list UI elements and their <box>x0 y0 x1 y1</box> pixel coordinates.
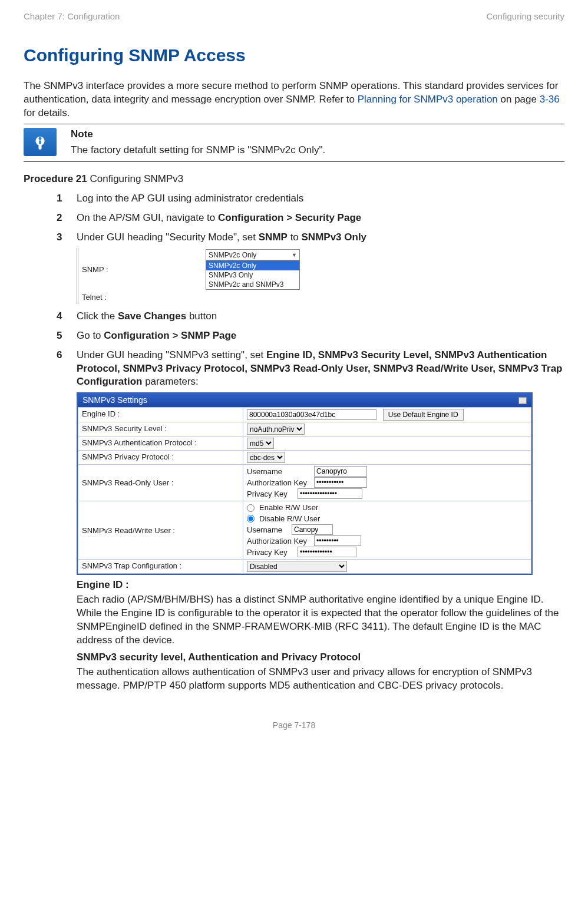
engine-id-label: Engine ID : <box>78 408 243 422</box>
page-footer: Page 7-178 <box>24 720 564 731</box>
step-2-text-a: On the AP/SM GUI, navigate to <box>77 212 218 223</box>
step-2-bold: Configuration > Security Page <box>218 212 361 223</box>
ro-user-label: SNMPv3 Read-Only User : <box>78 465 243 501</box>
snmp-option-2[interactable]: SNMPv3 Only <box>206 270 299 280</box>
intro-text-mid: on page <box>498 94 540 105</box>
step-6: 6 Under GUI heading "SNMPv3 setting", se… <box>57 349 564 693</box>
engine-id-input[interactable] <box>247 409 376 420</box>
divider <box>24 161 564 162</box>
step-4: 4 Click the Save Changes button <box>57 310 564 323</box>
step-number: 6 <box>57 349 71 362</box>
rw-enable-label: Enable R/W User <box>259 502 318 513</box>
note-title: Note <box>71 128 325 141</box>
note-box: Note The factory detafult setting for SN… <box>24 124 564 163</box>
telnet-field-label: Telnet : <box>78 291 202 304</box>
procedure-label: Procedure 21 <box>24 173 87 184</box>
ro-username-input[interactable] <box>314 466 367 477</box>
header-right: Configuring security <box>486 11 564 22</box>
snmp-option-1[interactable]: SNMPv2c Only <box>206 261 299 270</box>
svg-rect-1 <box>38 144 41 150</box>
snmp-option-3[interactable]: SNMPv2c and SNMPv3 <box>206 280 299 289</box>
step-3-text-a: Under GUI heading "Security Mode", set <box>77 232 259 243</box>
auth-proto-select[interactable]: md5 <box>247 438 274 449</box>
intro-link-planning[interactable]: Planning for SNMPv3 operation <box>358 94 498 105</box>
step-2: 2 On the AP/SM GUI, navigate to Configur… <box>57 211 564 225</box>
row-auth-proto: SNMPv3 Authentication Protocol : md5 <box>78 436 531 451</box>
rw-username-input[interactable] <box>292 524 333 535</box>
screenshot-security-mode: SNMP : SNMPv2c Only ▼ SNMPv2c Only SNMPv… <box>77 248 465 304</box>
step-3: 3 Under GUI heading "Security Mode", set… <box>57 231 564 303</box>
step-3-bold-1: SNMP <box>259 232 288 243</box>
snmpv3-settings-panel: SNMPv3 Settings Engine ID : Use Default … <box>77 392 533 575</box>
panel-title: SNMPv3 Settings <box>82 395 147 406</box>
sec-level-text: The authentication allows authentication… <box>77 666 564 693</box>
page-header: Chapter 7: Configuration Configuring sec… <box>24 11 564 22</box>
procedure-title: Configuring SNMPv3 <box>87 173 183 184</box>
panel-title-bar: SNMPv3 Settings <box>78 393 531 407</box>
auth-proto-label: SNMPv3 Authentication Protocol : <box>78 436 243 451</box>
step-5-text-a: Go to <box>77 330 104 341</box>
row-priv-proto: SNMPv3 Privacy Protocol : cbc-des <box>78 451 531 465</box>
rw-user-label: SNMPv3 Read/Write User : <box>78 501 243 560</box>
sec-level-label: SNMPv3 Security Level : <box>78 422 243 436</box>
page-title: Configuring SNMP Access <box>24 44 564 68</box>
note-icon <box>24 128 57 156</box>
chevron-down-icon: ▼ <box>292 252 297 259</box>
snmp-select[interactable]: SNMPv2c Only ▼ <box>206 249 300 260</box>
step-number: 4 <box>57 310 71 323</box>
ro-username-label: Username <box>247 467 312 477</box>
rw-enable-radio[interactable] <box>247 504 255 512</box>
svg-point-2 <box>38 137 41 140</box>
rw-privkey-input[interactable] <box>298 547 356 557</box>
step-1: 1 Log into the AP GUI using administrato… <box>57 192 564 206</box>
rw-disable-radio[interactable] <box>247 515 255 523</box>
priv-proto-select[interactable]: cbc-des <box>247 452 285 463</box>
intro-paragraph: The SNMPv3 interface provides a more sec… <box>24 80 564 120</box>
step-6-text-c: parameters: <box>142 376 198 387</box>
ro-authkey-input[interactable] <box>314 477 367 488</box>
engine-id-heading: Engine ID : <box>77 578 564 592</box>
minimize-icon[interactable] <box>518 397 527 404</box>
snmp-field-label: SNMP : <box>78 248 202 291</box>
rw-authkey-label: Authorization Key <box>247 536 312 547</box>
step-number: 2 <box>57 211 71 225</box>
sec-level-select[interactable]: noAuth,noPriv <box>247 424 305 435</box>
ro-privkey-input[interactable] <box>298 488 362 499</box>
step-3-text-c: to <box>288 232 302 243</box>
intro-text-post: for details. <box>24 107 70 118</box>
step-3-bold-2: SNMPv3 Only <box>302 232 367 243</box>
trap-config-select[interactable]: Disabled <box>247 561 347 572</box>
rw-authkey-input[interactable] <box>314 535 361 546</box>
note-body-text: The factory detafult setting for SNMP is… <box>71 144 325 157</box>
snmp-select-dropdown: SNMPv2c Only SNMPv3 Only SNMPv2c and SNM… <box>206 260 300 290</box>
step-4-bold: Save Changes <box>118 310 186 322</box>
use-default-engine-id-button[interactable]: Use Default Engine ID <box>383 409 464 421</box>
step-number: 1 <box>57 192 71 206</box>
trap-config-label: SNMPv3 Trap Configuration : <box>78 560 243 574</box>
rw-disable-label: Disable R/W User <box>259 514 320 524</box>
procedure-heading: Procedure 21 Configuring SNMPv3 <box>24 173 564 186</box>
row-engine-id: Engine ID : Use Default Engine ID <box>78 408 531 422</box>
ro-authkey-label: Authorization Key <box>247 478 312 488</box>
engine-id-text: Each radio (AP/SM/BHM/BHS) has a distinc… <box>77 593 564 647</box>
priv-proto-label: SNMPv3 Privacy Protocol : <box>78 451 243 465</box>
rw-username-label: Username <box>247 525 289 535</box>
sec-level-heading: SNMPv3 security level, Authentication an… <box>77 651 564 664</box>
step-4-text-c: button <box>186 310 217 322</box>
header-left: Chapter 7: Configuration <box>24 11 120 22</box>
intro-link-page[interactable]: 3-36 <box>540 94 560 105</box>
step-6-text-a: Under GUI heading "SNMPv3 setting", set <box>77 349 266 361</box>
step-number: 5 <box>57 329 71 343</box>
step-4-text-a: Click the <box>77 310 118 322</box>
snmp-select-value: SNMPv2c Only <box>209 250 256 260</box>
step-5-bold: Configuration > SNMP Page <box>104 330 236 341</box>
step-number: 3 <box>57 231 71 244</box>
svg-rect-3 <box>39 140 41 144</box>
step-5: 5 Go to Configuration > SNMP Page <box>57 329 564 343</box>
step-1-text: Log into the AP GUI using administrator … <box>77 193 303 204</box>
row-rw-user: SNMPv3 Read/Write User : Enable R/W User… <box>78 501 531 560</box>
row-ro-user: SNMPv3 Read-Only User : Username Authori… <box>78 465 531 501</box>
row-security-level: SNMPv3 Security Level : noAuth,noPriv <box>78 422 531 436</box>
row-trap-config: SNMPv3 Trap Configuration : Disabled <box>78 560 531 574</box>
